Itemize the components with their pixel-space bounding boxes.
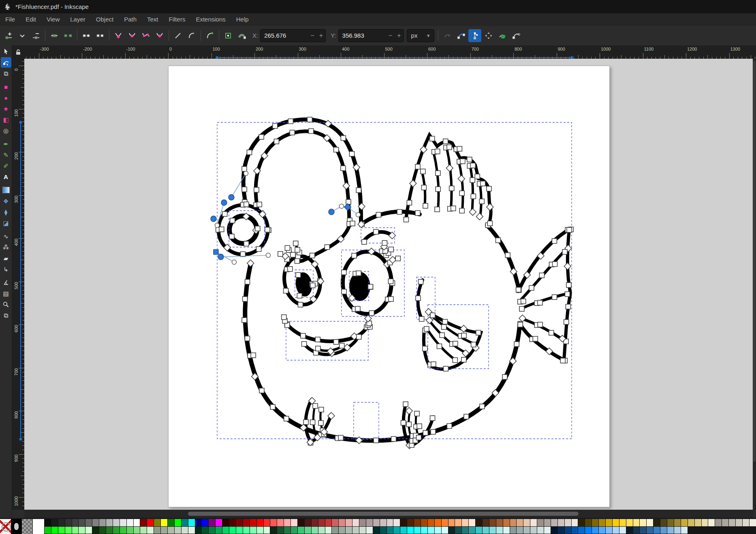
palette-swatch[interactable]: [510, 527, 517, 534]
palette-swatch-black[interactable]: [11, 519, 22, 534]
join-nodes-button[interactable]: [48, 29, 61, 42]
palette-swatch[interactable]: [120, 527, 127, 534]
palette-swatch[interactable]: [195, 519, 202, 527]
palette-swatch[interactable]: [435, 519, 442, 527]
palette-swatch[interactable]: [79, 527, 85, 534]
palette-swatch[interactable]: [250, 527, 257, 534]
palette-swatch-none[interactable]: [0, 519, 11, 534]
palette-swatch[interactable]: [435, 527, 442, 534]
pen-tool[interactable]: ✒: [1, 139, 11, 149]
palette-swatch[interactable]: [175, 527, 182, 534]
palette-swatch[interactable]: [462, 519, 469, 527]
palette-swatch[interactable]: [202, 527, 209, 534]
palette-swatch[interactable]: [517, 519, 523, 527]
palette-swatch[interactable]: [168, 519, 175, 527]
palette-swatch[interactable]: [667, 527, 674, 534]
palette-swatch[interactable]: [592, 527, 599, 534]
palette-swatch[interactable]: [530, 519, 537, 527]
palette-swatch[interactable]: [708, 519, 715, 527]
palette-swatch[interactable]: [660, 519, 667, 527]
palette-swatch[interactable]: [387, 527, 394, 534]
palette-swatch[interactable]: [312, 527, 318, 534]
palette-swatch[interactable]: [168, 527, 175, 534]
palette-swatch[interactable]: [147, 519, 154, 527]
canvas-drawing[interactable]: [24, 59, 753, 510]
palette-swatch[interactable]: [134, 519, 141, 527]
palette-swatch[interactable]: [346, 519, 352, 527]
palette-swatch[interactable]: [325, 527, 332, 534]
palette-swatch[interactable]: [346, 527, 352, 534]
palette-swatch[interactable]: [229, 519, 236, 527]
palette-swatch[interactable]: [305, 527, 312, 534]
palette-swatch[interactable]: [380, 519, 387, 527]
palette-swatch[interactable]: [65, 527, 72, 534]
y-coordinate-field-increment[interactable]: +: [395, 32, 403, 39]
insert-node-options-dropdown[interactable]: [16, 29, 29, 42]
palette-swatch[interactable]: [578, 519, 585, 527]
menu-help[interactable]: Help: [231, 13, 254, 25]
palette-swatch[interactable]: [476, 519, 483, 527]
palette-swatch[interactable]: [359, 527, 366, 534]
palette-swatch[interactable]: [489, 519, 496, 527]
palette-swatch[interactable]: [455, 519, 462, 527]
palette-swatch[interactable]: [140, 527, 147, 534]
palette-swatch[interactable]: [613, 519, 619, 527]
palette-swatch[interactable]: [674, 527, 681, 534]
delete-segment-button[interactable]: [94, 29, 107, 42]
palette-swatch[interactable]: [216, 519, 222, 527]
stroke-to-path-button[interactable]: [235, 29, 248, 42]
palette-swatch[interactable]: [264, 519, 271, 527]
palette-swatch[interactable]: [120, 519, 127, 527]
palette-swatch[interactable]: [592, 519, 599, 527]
palette-swatch[interactable]: [366, 527, 373, 534]
menu-edit[interactable]: Edit: [20, 13, 41, 25]
palette-swatch[interactable]: [626, 527, 633, 534]
palette-swatch[interactable]: [147, 527, 154, 534]
palette-swatch[interactable]: [195, 527, 202, 534]
palette-swatch[interactable]: [653, 519, 660, 527]
delete-node-button[interactable]: [30, 29, 43, 42]
palette-swatch[interactable]: [45, 519, 51, 527]
menu-path[interactable]: Path: [119, 13, 142, 25]
palette-swatch[interactable]: [154, 519, 161, 527]
palette-swatch[interactable]: [106, 519, 113, 527]
menu-layer[interactable]: Layer: [65, 13, 91, 25]
gradient-tool[interactable]: [1, 185, 11, 195]
palette-swatch[interactable]: [352, 527, 359, 534]
palette-swatch[interactable]: [688, 519, 695, 527]
palette-swatch[interactable]: [154, 527, 161, 534]
menu-file[interactable]: File: [0, 13, 20, 25]
palette-swatch[interactable]: [305, 519, 312, 527]
palette-swatch[interactable]: [51, 527, 58, 534]
palette-swatch[interactable]: [537, 527, 544, 534]
palette-swatch[interactable]: [291, 519, 298, 527]
palette-swatch[interactable]: [428, 519, 435, 527]
palette-swatch[interactable]: [284, 527, 291, 534]
palette-swatch[interactable]: [448, 519, 455, 527]
selector-tool[interactable]: [1, 46, 11, 57]
palette-swatch[interactable]: [442, 519, 448, 527]
zoom-tool[interactable]: [1, 299, 11, 310]
palette-swatch[interactable]: [58, 519, 65, 527]
palette-swatch[interactable]: [544, 519, 551, 527]
palette-swatch[interactable]: [339, 527, 346, 534]
palette-swatch[interactable]: [585, 527, 592, 534]
show-bezier-handles-button[interactable]: [468, 29, 481, 42]
canvas[interactable]: [24, 59, 753, 510]
palette-swatch[interactable]: [92, 519, 99, 527]
eraser-tool[interactable]: ▰: [1, 253, 11, 263]
palette-swatch[interactable]: [106, 527, 113, 534]
palette-swatch[interactable]: [332, 527, 339, 534]
palette-swatch[interactable]: [469, 519, 476, 527]
palette-swatch[interactable]: [380, 527, 387, 534]
palette-swatch[interactable]: [633, 527, 640, 534]
palette-swatch[interactable]: [182, 519, 188, 527]
horizontal-scrollbar-thumb[interactable]: [188, 512, 579, 516]
palette-swatch[interactable]: [619, 527, 626, 534]
palette-swatch[interactable]: [182, 527, 188, 534]
x-coordinate-field-decrement[interactable]: −: [308, 32, 317, 39]
palette-swatch[interactable]: [551, 527, 558, 534]
palette-swatch[interactable]: [681, 527, 688, 534]
palette-swatch[interactable]: [442, 527, 448, 534]
palette-swatch[interactable]: [134, 527, 141, 534]
